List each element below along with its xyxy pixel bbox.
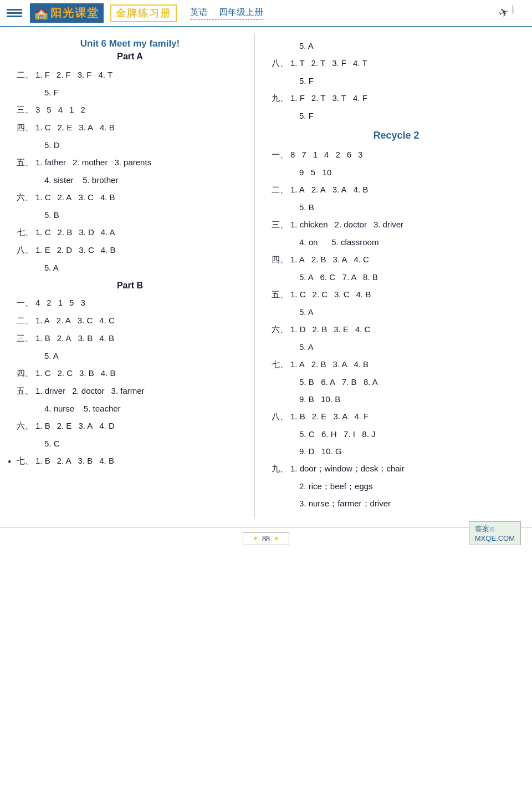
item: 3. farmer bbox=[111, 383, 145, 398]
item: 2. A bbox=[57, 313, 71, 328]
item: 4. B bbox=[101, 365, 116, 380]
item: 4 bbox=[324, 147, 329, 162]
main-content: Unit 6 Meet my family! Part A 二、 1. F 2.… bbox=[0, 27, 532, 524]
answer-row-r7: 七、 1. A 2. B 3. A 4. B bbox=[272, 357, 521, 372]
item: 1. B bbox=[35, 331, 50, 346]
answer-row-r4: 四、 1. A 2. B 3. A 4. C bbox=[272, 252, 521, 267]
answer-row-r1: 一、 8 7 1 4 2 6 3 bbox=[272, 147, 521, 163]
answer-row-b7: • 七、 1. B 2. A 3. B 4. B bbox=[17, 453, 243, 469]
label-3: 三、 bbox=[17, 103, 33, 118]
label-r2: 二、 bbox=[272, 182, 288, 197]
indent-row: 5. C 6. H 7. I 8. J bbox=[272, 427, 521, 441]
indent-row: 2. rice；beef；eggs bbox=[272, 479, 521, 494]
label-r5: 五、 bbox=[272, 287, 288, 302]
part-a-title: Part A bbox=[17, 52, 243, 62]
indent-row: 5. C bbox=[17, 436, 243, 451]
indent-row: 5. B bbox=[272, 200, 521, 215]
item: 1. C bbox=[35, 365, 51, 380]
item: 1. C bbox=[290, 287, 306, 302]
item: 1. A bbox=[35, 313, 50, 328]
item: 2. C bbox=[58, 365, 73, 380]
item: 2. doctor bbox=[72, 383, 104, 398]
label-b2: 二、 bbox=[17, 313, 33, 328]
item: 5 bbox=[69, 295, 74, 310]
item: 2. A bbox=[311, 182, 326, 197]
label-8: 八、 bbox=[17, 243, 33, 258]
page-header: 🏫 阳光课堂 金牌练习册 英语 四年级上册 ✈ / bbox=[0, 0, 532, 27]
item: 6 bbox=[347, 147, 351, 162]
item: 1. A bbox=[290, 182, 305, 197]
item: 2. A bbox=[57, 331, 71, 346]
item: 1. C bbox=[35, 190, 51, 205]
star-right: ✦ bbox=[273, 534, 280, 544]
item: 2. A bbox=[58, 190, 72, 205]
item: 1. door；window；desk；chair bbox=[290, 461, 405, 476]
brand-name: 阳光课堂 bbox=[50, 6, 99, 21]
item: 3. A bbox=[333, 409, 347, 424]
item: 4. C bbox=[354, 252, 369, 267]
item: 4. B bbox=[356, 287, 371, 302]
indent-row: 4. on 5. classroom bbox=[272, 235, 521, 250]
item: 2. doctor bbox=[335, 217, 367, 232]
label-r9b: 九、 bbox=[272, 461, 288, 476]
item: 4. B bbox=[100, 190, 115, 205]
item: 1 bbox=[313, 147, 318, 162]
answer-row-6: 六、 1. C 2. A 3. C 4. B bbox=[17, 190, 243, 205]
item: 3. parents bbox=[114, 155, 151, 170]
item: 2. C bbox=[313, 287, 328, 302]
label-b5: 五、 bbox=[17, 384, 33, 399]
answer-row-b5: 五、 1. driver 2. doctor 3. farmer bbox=[17, 383, 243, 399]
item: 4 bbox=[58, 102, 63, 117]
header-subtitle: 金牌练习册 bbox=[110, 4, 177, 22]
item: 3 bbox=[358, 147, 362, 162]
item: 1. E bbox=[35, 242, 50, 257]
item: 2. F bbox=[57, 67, 71, 82]
item: 3 bbox=[35, 102, 40, 117]
item: 2. B bbox=[313, 322, 328, 337]
header-logo: 🏫 阳光课堂 bbox=[30, 3, 104, 23]
answer-row-b3: 三、 1. B 2. A 3. B 4. B bbox=[17, 331, 243, 346]
item: 3 bbox=[80, 295, 85, 310]
item: 8 bbox=[290, 147, 295, 162]
page-number-box: ✦ 88 ✦ bbox=[243, 532, 289, 545]
item: 4. A bbox=[101, 225, 115, 240]
indent-row: 5. D bbox=[17, 138, 243, 153]
answer-row-4: 四、 1. C 2. E 3. A 4. B bbox=[17, 120, 243, 135]
star-left: ✦ bbox=[252, 534, 259, 544]
answer-row-b1: 一、 4 2 1 5 3 bbox=[17, 295, 243, 311]
item: 4. C bbox=[355, 322, 371, 337]
building-icon: 🏫 bbox=[34, 7, 48, 20]
part-b-title: Part B bbox=[17, 281, 243, 291]
item: 3. C bbox=[78, 190, 94, 205]
item: 4. B bbox=[99, 331, 114, 346]
item: 1 bbox=[69, 102, 74, 117]
item: 1. father bbox=[35, 155, 66, 170]
indent-row: 4. sister 5. brother bbox=[17, 172, 243, 187]
item: 1. B bbox=[290, 409, 305, 424]
item: 2. B bbox=[311, 357, 326, 372]
item: 4. T bbox=[353, 55, 367, 70]
item: 1. T bbox=[290, 55, 305, 70]
item: 2. E bbox=[58, 120, 73, 135]
item: 3. A bbox=[78, 418, 93, 433]
answer-row-5: 五、 1. father 2. mother 3. parents bbox=[17, 155, 243, 170]
label-r8: 八、 bbox=[272, 56, 288, 71]
label-r1: 一、 bbox=[272, 148, 288, 163]
label-r4: 四、 bbox=[272, 252, 288, 267]
item: 3. A bbox=[79, 120, 93, 135]
grade-label: 四年级上册 bbox=[219, 7, 263, 18]
label-r8b: 八、 bbox=[272, 409, 288, 424]
header-decoration bbox=[7, 9, 22, 17]
item: 3. B bbox=[78, 331, 93, 346]
dot-bullet: • bbox=[8, 453, 11, 471]
page-number: 88 bbox=[262, 535, 270, 544]
indent-row: 5. A bbox=[272, 304, 521, 319]
item: 1. C bbox=[35, 120, 51, 135]
item: 2 bbox=[80, 102, 85, 117]
header-left: 🏫 阳光课堂 金牌练习册 bbox=[7, 3, 177, 23]
item: 3. B bbox=[79, 365, 94, 380]
answer-row-7: 七、 1. C 2. B 3. D 4. A bbox=[17, 225, 243, 240]
indent-row: 5. F bbox=[17, 85, 243, 100]
item: 4. F bbox=[353, 90, 367, 105]
item: 2 bbox=[47, 295, 51, 310]
